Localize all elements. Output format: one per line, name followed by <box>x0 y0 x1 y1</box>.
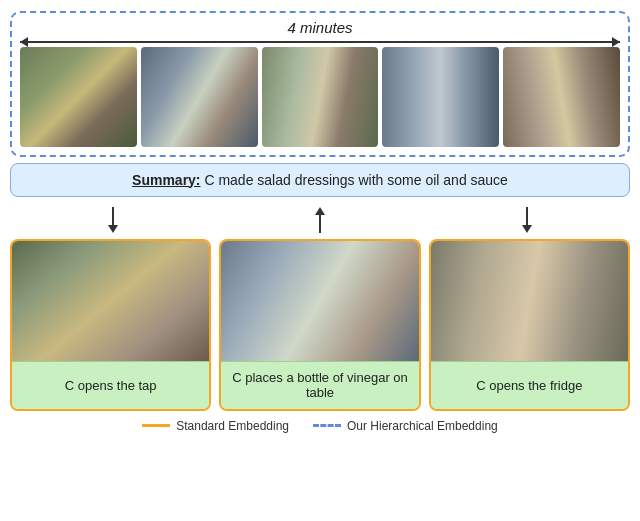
legend-solid-line <box>142 424 170 427</box>
legend-hierarchical-label: Our Hierarchical Embedding <box>347 419 498 433</box>
timeline-text: 4 minutes <box>287 19 352 36</box>
timeline-line <box>20 41 620 43</box>
arrow-down-right <box>522 207 532 233</box>
arrow-head-right <box>522 225 532 233</box>
card-fridge-image <box>431 241 628 361</box>
arrow-body-right <box>526 207 528 225</box>
arrow-up-center <box>315 207 325 233</box>
legend: Standard Embedding Our Hierarchical Embe… <box>10 419 630 433</box>
top-image-3 <box>262 47 379 147</box>
top-image-4 <box>382 47 499 147</box>
summary-text: C made salad dressings with some oil and… <box>201 172 508 188</box>
card-tap-image <box>12 241 209 361</box>
diagram-container: 4 minutes Summary: C made salad dressing… <box>10 11 630 511</box>
card-fridge-label: C opens the fridge <box>431 361 628 409</box>
arrow-head <box>108 225 118 233</box>
arrow-body <box>112 207 114 225</box>
legend-hierarchical: Our Hierarchical Embedding <box>313 419 498 433</box>
top-image-5 <box>503 47 620 147</box>
timeline-arrow <box>20 41 620 43</box>
arrow-body-up <box>319 215 321 233</box>
bottom-cards-row: C opens the tap C places a bottle of vin… <box>10 239 630 411</box>
arrow-head-top <box>315 207 325 215</box>
top-image-1 <box>20 47 137 147</box>
card-vinegar-image <box>221 241 418 361</box>
summary-label: Summary: <box>132 172 200 188</box>
card-vinegar: C places a bottle of vinegar on table <box>219 239 420 411</box>
arrows-row <box>10 205 630 235</box>
card-tap: C opens the tap <box>10 239 211 411</box>
summary-box: Summary: C made salad dressings with som… <box>10 163 630 197</box>
card-fridge: C opens the fridge <box>429 239 630 411</box>
top-image-2 <box>141 47 258 147</box>
card-tap-label: C opens the tap <box>12 361 209 409</box>
legend-standard-label: Standard Embedding <box>176 419 289 433</box>
legend-dashed-line <box>313 424 341 427</box>
top-images-row <box>20 47 620 147</box>
arrow-down-left <box>108 207 118 233</box>
top-section: 4 minutes <box>10 11 630 157</box>
timeline-label: 4 minutes <box>20 19 620 36</box>
legend-standard: Standard Embedding <box>142 419 289 433</box>
card-vinegar-label: C places a bottle of vinegar on table <box>221 361 418 409</box>
